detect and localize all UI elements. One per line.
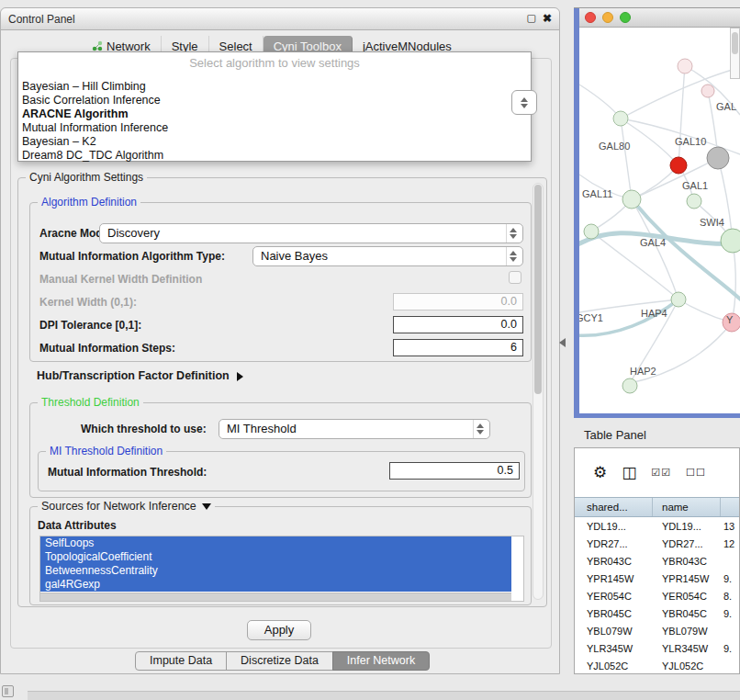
algorithm-option[interactable]: Bayesian – Hill Climbing — [18, 80, 531, 94]
hub-definition-expander[interactable]: Hub/Transcription Factor Definition — [37, 369, 243, 382]
node-label: Y — [726, 314, 734, 325]
table-row[interactable]: YBL079WYBL079W — [575, 622, 739, 639]
mi-steps-field[interactable]: 6 — [393, 339, 523, 356]
node-gal1[interactable] — [687, 194, 701, 209]
column-header-partial[interactable] — [721, 498, 739, 516]
stepper-icon — [506, 224, 520, 243]
sources-group: Sources for Network Inference Data Attri… — [29, 506, 532, 605]
network-window-titlebar[interactable] — [579, 8, 740, 28]
window-title: Control Panel — [8, 13, 75, 26]
tab-impute-data[interactable]: Impute Data — [135, 651, 227, 671]
mi-type-label: Mutual Information Algorithm Type: — [39, 250, 225, 263]
node-gal10-selected[interactable] — [670, 157, 687, 174]
table-row[interactable]: YLR345WYLR345W9. — [575, 639, 739, 657]
node-label: GCY1 — [579, 312, 603, 323]
node-label: GAL — [716, 101, 736, 112]
node-gal-partial[interactable] — [701, 85, 714, 97]
mi-type-value: Naive Bayes — [261, 249, 328, 263]
network-window-accent-border-bottom — [574, 413, 740, 418]
close-icon[interactable]: ✖ — [543, 12, 552, 25]
data-attributes-list: SelfLoops TopologicalCoefficient Between… — [39, 536, 524, 602]
algorithm-option[interactable]: Mutual Information Inference — [18, 121, 531, 135]
table-row[interactable]: YPR145WYPR145W9. — [575, 570, 739, 587]
threshold-definition-group: Threshold Definition Which threshold to … — [29, 402, 532, 498]
dpi-tolerance-field[interactable]: 0.0 — [393, 316, 523, 333]
column-header-shared-name[interactable]: shared... — [575, 498, 653, 516]
table-row[interactable]: YJL052CYJL052C — [575, 657, 739, 674]
bottom-scrollbar-strip[interactable] — [28, 691, 740, 700]
minimized-panel-icon[interactable] — [2, 685, 14, 697]
select-all-checks-icon[interactable]: ☑☑ — [651, 467, 671, 479]
scrollbar-thumb[interactable] — [732, 32, 738, 54]
expand-arrow-icon — [237, 372, 243, 381]
tab-discretize-data[interactable]: Discretize Data — [226, 651, 333, 671]
which-threshold-combobox[interactable]: MI Threshold — [219, 419, 490, 439]
algorithm-option[interactable]: Bayesian – K2 — [18, 135, 531, 149]
node-label: GAL1 — [682, 180, 708, 191]
stepper-icon — [506, 247, 520, 265]
node-label: HAP4 — [641, 308, 667, 319]
attribute-item[interactable]: TopologicalCoefficient — [40, 550, 511, 564]
algorithm-placeholder: Select algorithm to view settings — [18, 55, 531, 73]
which-threshold-value: MI Threshold — [227, 422, 297, 435]
table-row[interactable]: YER054CYER054C8. — [575, 587, 739, 604]
columns-icon[interactable]: ◫ — [622, 465, 636, 480]
mi-steps-label: Mutual Information Steps: — [39, 342, 175, 355]
aracne-mode-value: Discovery — [107, 226, 160, 240]
mi-threshold-field[interactable]: 0.5 — [389, 462, 520, 480]
node-pink-top[interactable] — [678, 59, 692, 73]
node-label: GAL10 — [675, 136, 706, 147]
node-hap4[interactable] — [671, 292, 686, 307]
control-panel-titlebar[interactable]: Control Panel ▢ ✖ — [1, 8, 559, 30]
node-gray[interactable] — [707, 147, 729, 169]
threshold-definition-title: Threshold Definition — [38, 396, 143, 409]
deselect-all-checks-icon[interactable]: ☐☐ — [686, 467, 706, 479]
close-traffic-light[interactable] — [585, 12, 596, 23]
mi-type-combobox[interactable]: Naive Bayes — [252, 246, 523, 266]
table-row[interactable]: YDL19...YDL19...13 — [575, 517, 739, 535]
algorithm-combobox-fragment[interactable] — [511, 90, 537, 115]
node-swi4-large[interactable] — [721, 229, 740, 253]
tab-infer-network[interactable]: Infer Network — [332, 651, 430, 671]
attribute-item[interactable]: BetweennessCentrality — [40, 564, 511, 578]
node-hap2[interactable] — [622, 378, 637, 393]
algorithm-option[interactable]: Basic Correlation Inference — [18, 94, 531, 107]
table-row[interactable]: YDR27...YDR27...12 — [575, 535, 739, 552]
column-header-name[interactable]: name — [653, 498, 721, 516]
mi-threshold-group: MI Threshold Definition Mutual Informati… — [38, 451, 525, 491]
table-row[interactable]: YBR045CYBR045C9. — [575, 604, 739, 622]
stepper-up-icon — [521, 97, 528, 102]
apply-button[interactable]: Apply — [247, 620, 311, 640]
node-label: GAL11 — [582, 188, 612, 199]
kernel-width-field: 0.0 — [393, 293, 523, 310]
settings-scrollbar[interactable] — [533, 183, 544, 600]
node-gal80[interactable] — [613, 111, 628, 126]
which-threshold-label: Which threshold to use: — [81, 423, 207, 435]
attribute-item[interactable]: SelfLoops — [40, 536, 511, 550]
scrollbar-thumb[interactable] — [534, 185, 542, 394]
algorithm-option-selected[interactable]: ARACNE Algorithm — [18, 107, 531, 121]
table-toolbar: ⚙ ◫ ☑☑ ☐☐ — [575, 448, 739, 497]
aracne-mode-combobox[interactable]: Discovery — [99, 223, 523, 243]
network-view-window: GAL80 GAL10 GAL11 GAL1 SWI4 GAL4 GCY1 HA… — [574, 7, 740, 418]
network-canvas[interactable]: GAL80 GAL10 GAL11 GAL1 SWI4 GAL4 GCY1 HA… — [579, 28, 740, 413]
node-left-green[interactable] — [584, 224, 599, 239]
zoom-traffic-light[interactable] — [620, 12, 631, 23]
data-attributes-label: Data Attributes — [38, 519, 117, 532]
manual-kernel-checkbox — [509, 271, 521, 284]
panel-splitter-collapse-icon[interactable] — [559, 338, 566, 347]
algorithm-option[interactable]: Dream8 DC_TDC Algorithm — [18, 149, 531, 163]
network-vertical-scrollbar[interactable] — [730, 28, 740, 79]
list-horizontal-scrollbar[interactable] — [40, 593, 511, 601]
gear-icon[interactable]: ⚙ — [593, 465, 607, 480]
float-window-icon[interactable]: ▢ — [527, 12, 536, 25]
table-row[interactable]: YBR043CYBR043C — [575, 552, 739, 570]
attribute-item[interactable]: gal4RGexp — [40, 578, 511, 592]
kernel-width-label: Kernel Width (0,1): — [39, 296, 137, 309]
hub-definition-label: Hub/Transcription Factor Definition — [37, 369, 230, 382]
node-gal11[interactable] — [622, 190, 641, 209]
minimize-traffic-light[interactable] — [602, 12, 613, 23]
manual-kernel-label: Manual Kernel Width Definition — [39, 273, 202, 286]
algorithm-definition-group: Algorithm Definition Aracne Mode: Discov… — [29, 202, 532, 362]
sources-collapser[interactable]: Sources for Network Inference — [38, 500, 215, 513]
